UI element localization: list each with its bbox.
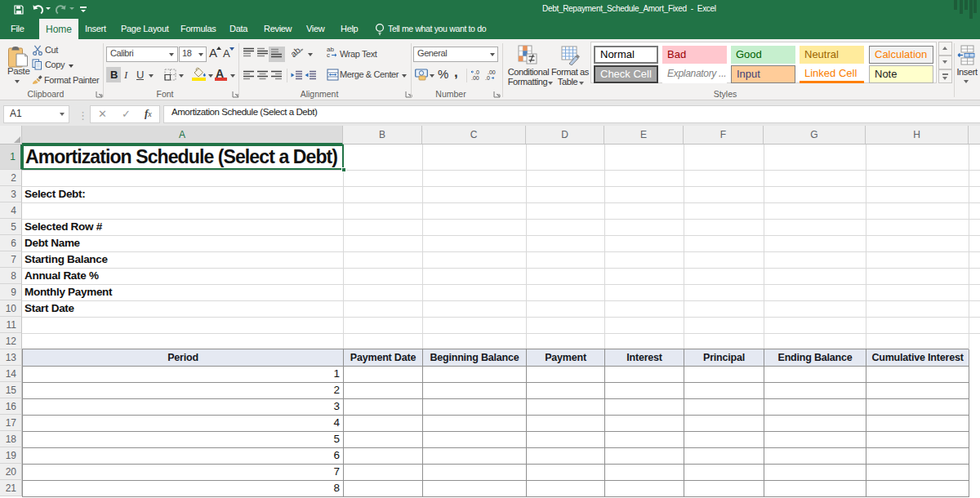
svg-text:c: c <box>327 51 330 58</box>
svg-text:.0: .0 <box>485 75 490 81</box>
svg-text:.0: .0 <box>474 69 479 75</box>
svg-text:ab: ab <box>292 46 302 59</box>
svg-text:.00: .00 <box>471 75 479 81</box>
svg-text:.00: .00 <box>488 69 496 75</box>
